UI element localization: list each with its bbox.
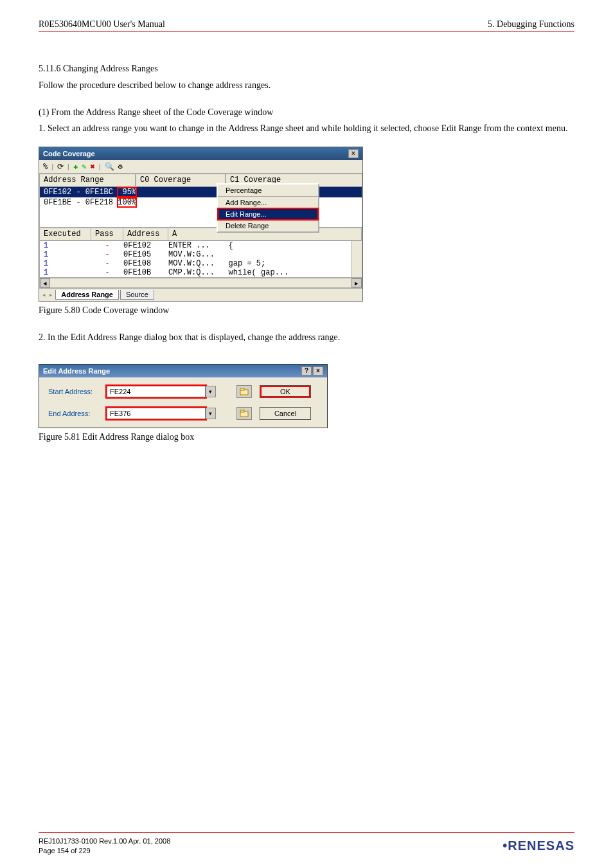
tab-strip: ◂ ▸ Address Range Source xyxy=(39,288,362,301)
delete-icon[interactable]: ✖ xyxy=(90,162,94,171)
disasm-row[interactable]: 1-0FE10BCMP.W:Q... while( gap... xyxy=(40,268,362,277)
menu-edit-range[interactable]: Edit Range... xyxy=(218,208,318,220)
separator: | xyxy=(99,163,101,170)
titlebar[interactable]: Code Coverage × xyxy=(39,147,362,160)
cancel-button[interactable]: Cancel xyxy=(260,407,311,420)
footer-page: Page 154 of 229 xyxy=(39,846,170,855)
scroll-right-icon[interactable]: ▸ xyxy=(351,278,362,287)
tab-address-range[interactable]: Address Range xyxy=(55,290,119,300)
add-icon[interactable]: ✚ xyxy=(73,162,78,171)
page-header: R0E530640MCU00 User's Manual 5. Debuggin… xyxy=(39,19,574,32)
figure-80-caption: Figure 5.80 Code Coverage window xyxy=(39,305,574,316)
svg-rect-1 xyxy=(240,388,244,390)
disasm-row[interactable]: 1-0FE105MOV.W:G... xyxy=(40,250,362,259)
section-heading: 5.11.6 Changing Address Ranges xyxy=(39,64,574,74)
context-menu: Percentage Add Range... Edit Range... De… xyxy=(217,183,319,233)
separator: | xyxy=(51,163,53,170)
col-c0[interactable]: C0 Coverage xyxy=(136,174,226,186)
refresh-icon[interactable]: ⟳ xyxy=(57,162,64,171)
disasm-row[interactable]: 1-0FE108MOV.W:Q... gap = 5; xyxy=(40,259,362,268)
dialog-titlebar[interactable]: Edit Address Range ? × xyxy=(39,365,327,377)
tab-nav-prev-icon[interactable]: ▸ xyxy=(49,291,53,299)
menu-delete-range[interactable]: Delete Range xyxy=(218,220,318,231)
tab-source[interactable]: Source xyxy=(120,290,154,300)
menu-percentage[interactable]: Percentage xyxy=(218,185,318,197)
code-coverage-window: Code Coverage × % | ⟳ | ✚ ✎ ✖ | 🔍 ⚙ Addr… xyxy=(39,147,363,302)
menu-add-range[interactable]: Add Range... xyxy=(218,197,318,208)
settings-icon[interactable]: ⚙ xyxy=(118,162,123,171)
dialog-title: Edit Address Range xyxy=(43,367,110,375)
close-icon[interactable]: × xyxy=(348,149,359,158)
start-address-label: Start Address: xyxy=(48,388,103,395)
col-address[interactable]: Address xyxy=(123,228,168,240)
dropdown-icon[interactable]: ▾ xyxy=(206,408,216,419)
tab-nav-first-icon[interactable]: ◂ xyxy=(42,291,46,299)
dialog-body: Start Address: ▾ OK End Address: ▾ Cance… xyxy=(39,377,327,428)
end-address-input[interactable] xyxy=(107,408,206,419)
step-2: 2. In the Edit Address Range dialog box … xyxy=(39,331,574,344)
header-left: R0E530640MCU00 User's Manual xyxy=(39,19,165,30)
footer-rev: REJ10J1733-0100 Rev.1.00 Apr. 01, 2008 xyxy=(39,836,170,845)
scroll-left-icon[interactable]: ◂ xyxy=(40,278,50,287)
coverage-rows: 0FE102 - 0FE1BC 95% 0FE1BE - 0FE218 100%… xyxy=(39,186,362,228)
horizontal-scrollbar[interactable]: ◂ ▸ xyxy=(39,278,362,288)
ok-button[interactable]: OK xyxy=(260,385,311,398)
renesas-logo: •RENESAS xyxy=(502,838,574,853)
figure-81-caption: Figure 5.81 Edit Address Range dialog bo… xyxy=(39,432,574,442)
browse-icon[interactable] xyxy=(236,407,252,420)
dropdown-icon[interactable]: ▾ xyxy=(206,386,216,397)
close-icon[interactable]: × xyxy=(313,366,323,375)
svg-rect-3 xyxy=(240,410,244,412)
edit-icon[interactable]: ✎ xyxy=(82,162,86,171)
browse-icon[interactable] xyxy=(236,385,252,398)
col-address-range[interactable]: Address Range xyxy=(39,174,136,186)
edit-address-range-dialog: Edit Address Range ? × Start Address: ▾ … xyxy=(39,364,328,428)
percent-icon[interactable]: % xyxy=(43,162,48,171)
find-icon[interactable]: 🔍 xyxy=(105,162,114,171)
disasm-row[interactable]: 1-0FE102ENTER ... { xyxy=(40,241,362,250)
help-icon[interactable]: ? xyxy=(301,366,312,375)
substep-heading: (1) From the Address Range sheet of the … xyxy=(39,107,574,118)
window-title: Code Coverage xyxy=(43,150,95,158)
disasm-rows: 1-0FE102ENTER ... { 1-0FE105MOV.W:G... 1… xyxy=(39,240,362,278)
step-1: 1. Select an address range you want to c… xyxy=(39,122,574,135)
start-address-input[interactable] xyxy=(107,386,206,397)
end-address-label: End Address: xyxy=(48,410,103,417)
toolbar: % | ⟳ | ✚ ✎ ✖ | 🔍 ⚙ xyxy=(39,160,362,174)
intro-text: Follow the procedure described below to … xyxy=(39,79,574,92)
page-footer: REJ10J1733-0100 Rev.1.00 Apr. 01, 2008 P… xyxy=(39,832,574,855)
separator: | xyxy=(67,163,69,170)
col-pass[interactable]: Pass xyxy=(91,228,123,240)
header-right: 5. Debugging Functions xyxy=(488,19,574,30)
col-executed[interactable]: Executed xyxy=(40,228,91,240)
vertical-scrollbar[interactable] xyxy=(351,241,362,277)
